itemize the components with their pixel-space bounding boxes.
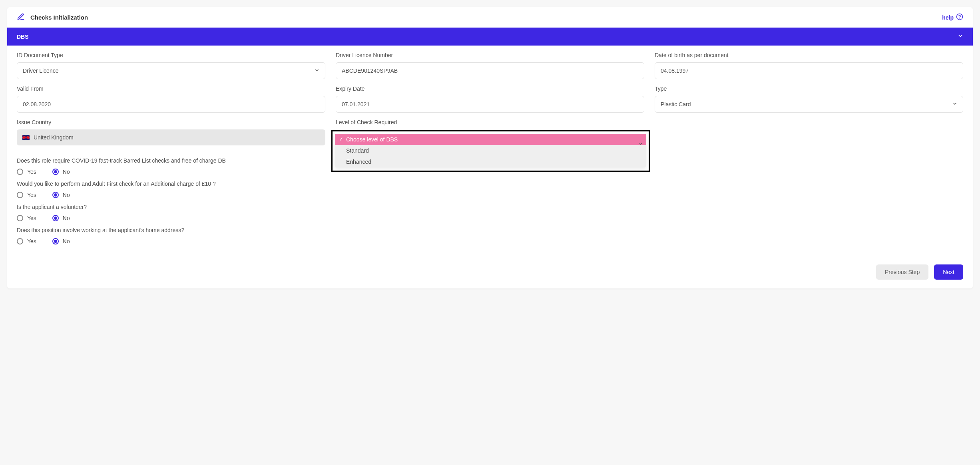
radio-icon bbox=[17, 169, 23, 175]
section-bar-dbs[interactable]: DBS bbox=[7, 28, 973, 46]
radio-covid-yes[interactable]: Yes bbox=[17, 169, 36, 175]
radio-home-no[interactable]: No bbox=[52, 238, 70, 244]
label-valid-from: Valid From bbox=[17, 85, 325, 92]
radio-label: Yes bbox=[27, 215, 36, 221]
previous-step-button[interactable]: Previous Step bbox=[876, 264, 928, 280]
level-option-standard[interactable]: Standard bbox=[335, 145, 646, 156]
radio-label: Yes bbox=[27, 192, 36, 198]
chevron-down-icon bbox=[958, 33, 963, 40]
radio-icon bbox=[52, 192, 59, 198]
page-title: Checks Initialization bbox=[30, 14, 88, 21]
radio-label: No bbox=[63, 169, 70, 175]
next-button[interactable]: Next bbox=[934, 264, 963, 280]
radio-volunteer-yes[interactable]: Yes bbox=[17, 215, 36, 221]
question-home-address: Does this position involve working at th… bbox=[17, 227, 963, 233]
doc-type-select[interactable] bbox=[655, 96, 963, 113]
edit-icon bbox=[17, 13, 25, 22]
question-volunteer: Is the applicant a volunteer? bbox=[17, 204, 963, 210]
radio-icon bbox=[17, 215, 23, 221]
radio-label: No bbox=[63, 238, 70, 244]
radio-covid-no[interactable]: No bbox=[52, 169, 70, 175]
radio-icon bbox=[17, 192, 23, 198]
radio-row-volunteer: Yes No bbox=[17, 215, 963, 221]
label-level-check: Level of Check Required bbox=[336, 119, 644, 125]
card-header: Checks Initialization help bbox=[7, 7, 973, 28]
expiry-input[interactable] bbox=[336, 96, 644, 113]
radio-label: Yes bbox=[27, 238, 36, 244]
form-body: ID Document Type Driver Licence Number D… bbox=[7, 46, 973, 259]
radio-row-adult-first: Yes No bbox=[17, 192, 963, 198]
label-expiry: Expiry Date bbox=[336, 85, 644, 92]
level-check-dropdown-popup: Choose level of DBS Standard Enhanced bbox=[331, 130, 650, 172]
doc-type-value[interactable] bbox=[655, 96, 963, 113]
checks-card: Checks Initialization help DBS ID Docume… bbox=[7, 7, 973, 288]
dob-input[interactable] bbox=[655, 62, 963, 79]
level-check-dropdown[interactable]: Choose level of DBS Standard Enhanced bbox=[335, 134, 646, 167]
footer-actions: Previous Step Next bbox=[7, 259, 973, 288]
radio-row-home-address: Yes No bbox=[17, 238, 963, 244]
radio-adult-first-no[interactable]: No bbox=[52, 192, 70, 198]
help-label: help bbox=[942, 14, 954, 21]
radio-icon bbox=[17, 238, 23, 244]
valid-from-input[interactable] bbox=[17, 96, 325, 113]
question-adult-first: Would you like to perform and Adult Firs… bbox=[17, 181, 963, 187]
level-option-enhanced[interactable]: Enhanced bbox=[335, 156, 646, 167]
radio-home-yes[interactable]: Yes bbox=[17, 238, 36, 244]
radio-icon bbox=[52, 238, 59, 244]
label-id-doc-type: ID Document Type bbox=[17, 52, 325, 58]
id-doc-type-value[interactable] bbox=[17, 62, 325, 79]
licence-number-input[interactable] bbox=[336, 62, 644, 79]
help-link[interactable]: help bbox=[942, 13, 963, 22]
issue-country-select[interactable]: United Kingdom bbox=[17, 129, 325, 145]
radio-icon bbox=[52, 215, 59, 221]
id-doc-type-select[interactable] bbox=[17, 62, 325, 79]
label-doc-type: Type bbox=[655, 85, 963, 92]
issue-country-value: United Kingdom bbox=[34, 134, 74, 141]
radio-label: Yes bbox=[27, 169, 36, 175]
uk-flag-icon bbox=[22, 135, 30, 140]
radio-label: No bbox=[63, 192, 70, 198]
level-option-placeholder[interactable]: Choose level of DBS bbox=[335, 134, 646, 145]
label-dob: Date of birth as per document bbox=[655, 52, 963, 58]
label-licence-number: Driver Licence Number bbox=[336, 52, 644, 58]
radio-icon bbox=[52, 169, 59, 175]
section-title: DBS bbox=[17, 34, 29, 40]
help-icon bbox=[956, 13, 963, 22]
radio-adult-first-yes[interactable]: Yes bbox=[17, 192, 36, 198]
label-issue-country: Issue Country bbox=[17, 119, 325, 125]
radio-label: No bbox=[63, 215, 70, 221]
card-header-left: Checks Initialization bbox=[17, 13, 88, 22]
radio-volunteer-no[interactable]: No bbox=[52, 215, 70, 221]
